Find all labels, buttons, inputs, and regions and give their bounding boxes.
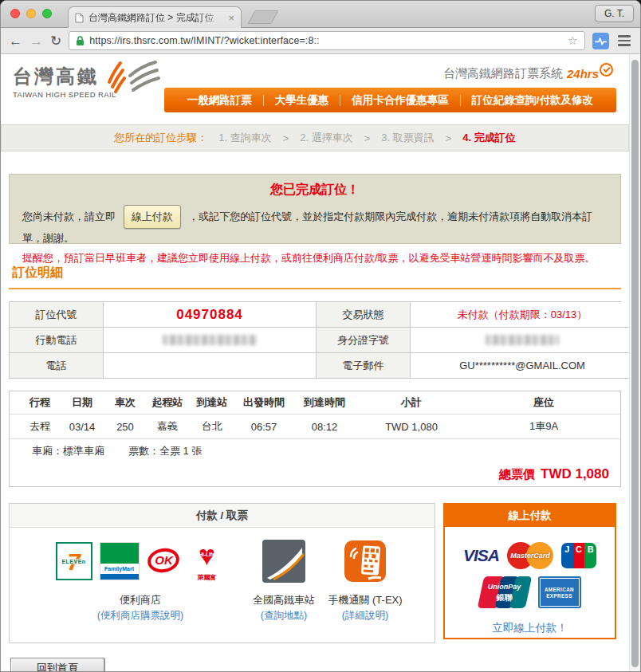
pickup-options-box: 付款 / 取票 7 ELEVEn FamilyMart [9,503,435,643]
step-2-select: 2. 選擇車次 [300,131,352,145]
jcb-logo-icon: J C B [561,543,596,568]
nav-item-general-booking[interactable]: 一般網路訂票 [187,93,252,108]
reload-icon[interactable]: ↻ [50,34,61,48]
card-logos-row-1: VISA MasterCard J C B [445,541,615,570]
id-number-value [411,328,629,353]
table-row: 電話 電子郵件 GU**********@GMAIL.COM [10,353,621,379]
amex-logo-icon: AMERICAN EXPRESS [538,576,581,608]
pnr-label: 訂位代號 [10,302,104,328]
date-value: 03/14 [59,415,105,438]
logo-subtitle: TAIWAN HIGH SPEED RAIL [13,90,116,99]
tex-details-link[interactable]: (詳細說明) [317,609,414,623]
familymart-logo-icon: FamilyMart [100,542,140,580]
mastercard-text: MasterCard [507,552,553,560]
padlock-icon [76,35,85,46]
browser-tab[interactable]: 台灣高鐵網路訂位 > 完成訂位 × [68,6,242,29]
menu-icon[interactable] [616,33,632,48]
notice-payment-instruction: 您尚未付款，請立即 線上付款 ，或記下您的訂位代號，並於指定付款期限內完成付款，… [22,205,608,248]
station-lookup-link[interactable]: (查詢地點) [239,609,328,623]
seat-value: 1車9A [467,415,620,438]
col-arrival: 到達時間 [293,391,356,414]
minimize-window-button[interactable] [26,9,36,18]
amex-line2: EXPRESS [546,593,572,599]
profile-button[interactable]: G. T. [595,5,634,22]
trip-header-row: 行程 日期 車次 起程站 到達站 出發時間 到達時間 小計 座位 [10,391,620,415]
email-label: 電子郵件 [317,353,411,379]
col-date: 日期 [59,391,105,414]
online-pay-button[interactable]: 線上付款 [124,205,181,229]
hilife-logo-icon: ♥ Hi-Life 萊爾富 [189,540,226,582]
step-separator: > [446,132,452,144]
nav-item-student-discount[interactable]: 大學生優惠 [275,93,329,108]
train-no-value: 250 [105,415,145,438]
tex-group: 手機通關 (T-EX) (詳細說明) [317,539,414,623]
unionpay-zh-text: 銀聯 [479,592,530,603]
browser-titlebar: 台灣高鐵網路訂位 > 完成訂位 × G. T. [1,1,640,28]
ok-text: OK [147,553,182,567]
page-scrollbar [629,54,640,672]
url-text[interactable]: https://irs.thsrc.com.tw/IMINT/?wicket:i… [89,35,562,46]
notice-line1-prefix: 您尚未付款，請立即 [22,210,116,222]
card-logos-area: VISA MasterCard J C B [445,541,615,635]
mobile-value [104,328,317,353]
scrollbar-thumb[interactable] [631,60,639,667]
online-payment-title: 線上付款 [445,505,615,527]
cabin-class-info: 車廂：標準車廂 [32,444,104,458]
hilife-zh-text: 萊爾富 [189,573,226,582]
back-icon[interactable]: ← [9,34,22,48]
subtotal-value: TWD 1,080 [356,415,467,438]
extension-icon[interactable] [592,33,609,49]
store-logos-row: 7 ELEVEn FamilyMart OK [48,539,233,584]
origin-value: 嘉義 [145,415,190,438]
site-header: 台灣高鐵 TAIWAN HIGH SPEED RAIL 台灣高鐵網路訂票系統 2… [1,54,629,116]
total-price-label: 總票價 [499,467,535,482]
tab-close-icon[interactable]: × [228,13,234,23]
nav-item-credit-card-offers[interactable]: 信用卡合作優惠專區 [352,93,449,108]
seven-eleven-logo-icon: 7 ELEVEn [56,542,92,580]
eleven-text: ELEVEn [57,559,91,564]
hsr-station-icon [262,540,305,583]
bookmark-star-icon[interactable]: ☆ [568,33,578,48]
mastercard-logo-icon: MasterCard [507,541,553,570]
unionpay-logo-icon: UnionPay 銀聯 [479,576,530,608]
step-3-ticket-info: 3. 取票資訊 [381,131,434,145]
page-content: 台灣高鐵 TAIWAN HIGH SPEED RAIL 台灣高鐵網路訂票系統 2… [1,54,629,672]
pay-now-link[interactable]: 立即線上付款！ [445,621,615,635]
col-train-no: 車次 [105,391,145,414]
thsr-logo[interactable]: 台灣高鐵 TAIWAN HIGH SPEED RAIL [13,64,116,99]
browser-toolbar: ← → ↻ https://irs.thsrc.com.tw/IMINT/?wi… [1,28,640,54]
ticket-count-info: 票數：全票 1 張 [128,444,202,458]
notice-title: 您已完成訂位！ [22,182,608,198]
convenience-stores-group: 7 ELEVEn FamilyMart OK [48,539,233,623]
redacted-value [486,335,559,345]
steps-label: 您所在的訂位步驟： [114,131,207,145]
new-tab-button[interactable] [247,10,278,24]
destination-value: 台北 [190,415,234,438]
close-window-button[interactable] [10,9,20,18]
nav-separator [460,95,461,106]
zoom-window-button[interactable] [42,9,52,18]
hilife-en-text: Hi-Life [189,552,226,557]
familymart-text: FamilyMart [100,564,139,574]
stores-guide-link[interactable]: (便利商店購票說明) [48,609,233,623]
step-separator: > [364,132,371,144]
logo-speed-lines-icon [103,58,162,93]
logo-title: 台灣高鐵 [13,64,116,89]
email-value: GU**********@GMAIL.COM [411,353,629,379]
col-seat: 座位 [467,391,620,414]
station-caption: 全國高鐵車站 [239,593,328,607]
departure-value: 06:57 [234,415,293,438]
mobile-label: 行動電話 [10,328,104,353]
system-title-text: 台灣高鐵網路訂票系統 [443,66,563,81]
id-number-label: 身分證字號 [317,328,411,353]
back-to-home-button[interactable]: 回到首頁 [10,658,104,672]
trip-table: 行程 日期 車次 起程站 到達站 出發時間 到達時間 小計 座位 去程 03/1… [9,391,621,487]
forward-icon[interactable]: → [29,34,43,48]
address-bar[interactable]: https://irs.thsrc.com.tw/IMINT/?wicket:i… [69,31,585,50]
phone-value [104,353,317,379]
pnr-value: 04970884 [104,302,317,328]
tex-caption: 手機通關 (T-EX) [317,593,414,607]
step-4-complete: 4. 完成訂位 [462,131,515,145]
booking-steps-bar: 您所在的訂位步驟： 1. 查詢車次 > 2. 選擇車次 > 3. 取票資訊 > … [1,124,629,151]
nav-item-booking-lookup[interactable]: 訂位紀錄查詢/付款及修改 [472,93,593,108]
